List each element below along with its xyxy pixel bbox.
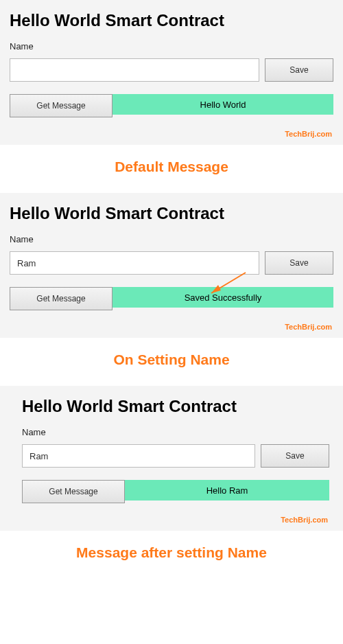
save-button[interactable]: Save <box>265 58 333 82</box>
page-title: Hello World Smart Contract <box>22 397 329 416</box>
save-button[interactable]: Save <box>265 251 333 275</box>
page-title: Hello World Smart Contract <box>10 11 333 30</box>
page-title: Hello World Smart Contract <box>10 204 333 223</box>
result-row: Get Message Hello World <box>10 94 333 117</box>
watermark: TechBrij.com <box>10 323 333 331</box>
result-row: Get Message Saved Successfully <box>10 287 333 310</box>
panel-after-set: Hello World Smart Contract Name Save Get… <box>0 386 343 531</box>
get-message-button[interactable]: Get Message <box>22 480 125 503</box>
name-label: Name <box>10 41 333 51</box>
result-box: Saved Successfully <box>113 287 333 308</box>
name-label: Name <box>10 234 333 244</box>
watermark: TechBrij.com <box>10 130 333 138</box>
input-row: Save <box>22 444 329 468</box>
panel-saved: Hello World Smart Contract Name Save Get… <box>0 193 343 338</box>
name-input[interactable] <box>10 251 259 275</box>
panel-default: Hello World Smart Contract Name Save Get… <box>0 0 343 145</box>
result-row: Get Message Hello Ram <box>22 480 329 503</box>
input-row: Save <box>10 58 333 82</box>
result-box: Hello Ram <box>125 480 329 501</box>
name-input[interactable] <box>10 58 259 82</box>
caption-after-set: Message after setting Name <box>0 531 343 579</box>
save-button[interactable]: Save <box>261 444 329 468</box>
result-box: Hello World <box>113 94 333 115</box>
get-message-button[interactable]: Get Message <box>10 287 113 310</box>
name-input[interactable] <box>22 444 255 468</box>
caption-default: Default Message <box>0 145 343 193</box>
name-label: Name <box>22 427 329 437</box>
caption-saved: On Setting Name <box>0 338 343 386</box>
get-message-button[interactable]: Get Message <box>10 94 113 117</box>
input-row: Save <box>10 251 333 275</box>
watermark: TechBrij.com <box>22 516 329 524</box>
